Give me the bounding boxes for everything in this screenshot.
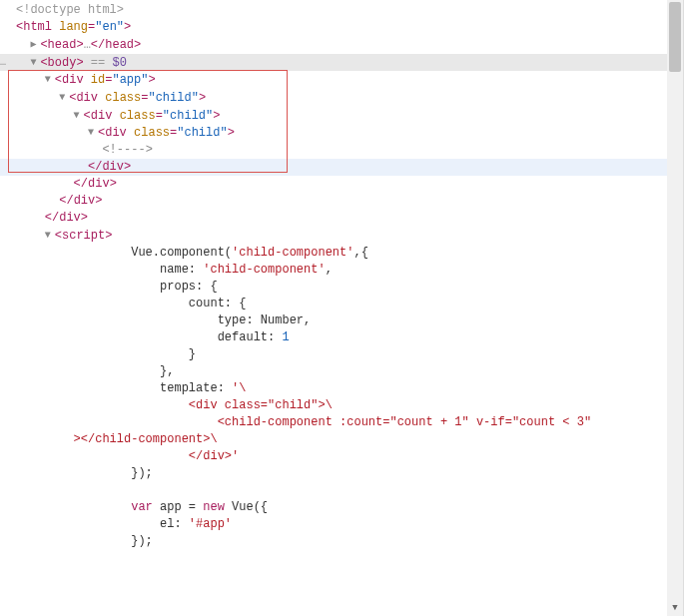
line-div-child-2[interactable]: <div class="child"> xyxy=(0,107,667,125)
scrollbar-thumb[interactable] xyxy=(669,2,681,72)
collapse-arrow-icon[interactable] xyxy=(59,89,69,106)
line-close-div-4[interactable]: </div> xyxy=(0,210,667,227)
collapse-arrow-icon[interactable] xyxy=(45,227,55,244)
js-line[interactable]: props: { xyxy=(0,279,667,296)
line-comment[interactable]: <!----> xyxy=(0,142,667,159)
js-line[interactable] xyxy=(0,482,667,499)
line-body-selected[interactable]: … <body> == $0 xyxy=(0,54,667,72)
js-line[interactable]: </div>' xyxy=(0,448,667,465)
line-div-app[interactable]: <div id="app"> xyxy=(0,71,667,89)
collapse-arrow-icon[interactable] xyxy=(30,54,40,71)
collapse-arrow-icon[interactable] xyxy=(88,124,98,141)
scroll-down-icon[interactable]: ▼ xyxy=(667,600,683,616)
js-line[interactable]: ></child-component>\ xyxy=(0,431,667,448)
expand-arrow-icon[interactable] xyxy=(30,36,40,53)
js-line[interactable]: count: { xyxy=(0,296,667,312)
line-html-open[interactable]: <html lang="en"> xyxy=(0,19,667,36)
js-line[interactable]: }); xyxy=(0,465,667,482)
line-close-div-3[interactable]: </div> xyxy=(0,193,667,210)
collapse-arrow-icon[interactable] xyxy=(74,107,84,124)
js-line[interactable]: template: '\ xyxy=(0,380,667,397)
js-line[interactable]: type: Number, xyxy=(0,312,667,329)
js-line[interactable]: name: 'child-component', xyxy=(0,262,667,279)
js-line[interactable]: } xyxy=(0,346,667,363)
js-line[interactable]: <div class="child">\ xyxy=(0,397,667,414)
devtools-elements-panel: <!doctype html> <html lang="en"> <head>…… xyxy=(0,0,684,616)
line-script-open[interactable]: <script> xyxy=(0,227,667,245)
dom-tree[interactable]: <!doctype html> <html lang="en"> <head>…… xyxy=(0,0,667,552)
line-head[interactable]: <head>…</head> xyxy=(0,36,667,54)
line-close-div-1[interactable]: </div> xyxy=(0,159,667,176)
line-div-child-3[interactable]: <div class="child"> xyxy=(0,124,667,142)
scrollbar-track[interactable]: ▲ ▼ xyxy=(667,0,683,616)
js-line[interactable]: default: 1 xyxy=(0,329,667,346)
line-div-child-1[interactable]: <div class="child"> xyxy=(0,89,667,107)
line-close-div-2[interactable]: </div> xyxy=(0,176,667,193)
js-line[interactable]: <child-component :count="count + 1" v-if… xyxy=(0,414,667,431)
doctype-text: <!doctype html> xyxy=(16,3,124,17)
js-line[interactable]: }, xyxy=(0,363,667,380)
js-line[interactable]: var app = new Vue({ xyxy=(0,499,667,516)
collapse-arrow-icon[interactable] xyxy=(45,71,55,88)
line-doctype[interactable]: <!doctype html> xyxy=(0,2,667,19)
js-line[interactable]: }); xyxy=(0,533,667,550)
breadcrumb-marker-icon: … xyxy=(0,54,14,71)
js-line[interactable]: el: '#app' xyxy=(0,516,667,533)
js-line[interactable]: Vue.component('child-component',{ xyxy=(0,245,667,262)
